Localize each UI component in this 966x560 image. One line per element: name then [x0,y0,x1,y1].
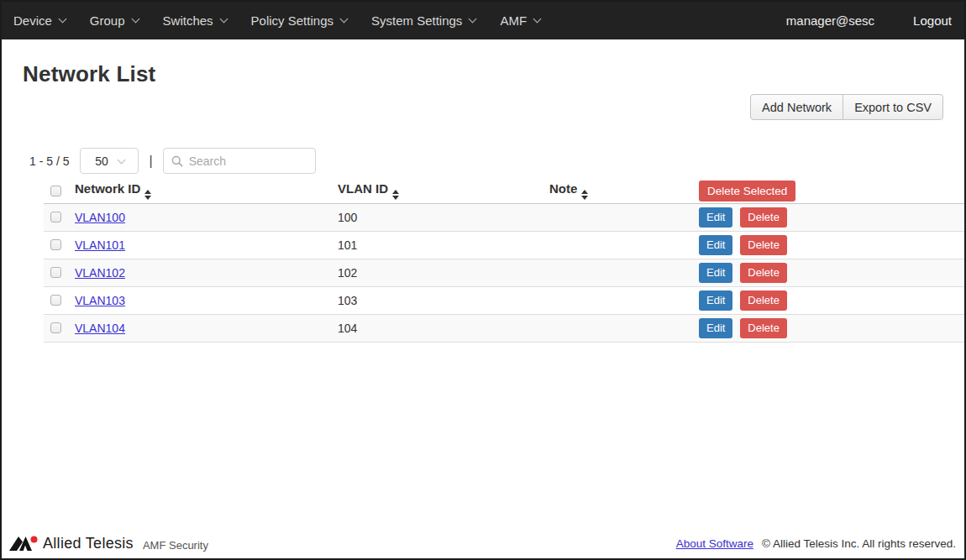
row-checkbox[interactable] [50,239,61,250]
nav-item-amf[interactable]: AMF [500,13,540,28]
chevron-down-icon [340,15,349,24]
nav-item-label: System Settings [371,13,462,28]
delete-button[interactable]: Delete [740,318,787,338]
header-note[interactable]: Note [549,179,699,203]
nav-item-device[interactable]: Device [13,13,66,28]
nav-item-policy-settings[interactable]: Policy Settings [251,13,347,28]
header-vlan-id[interactable]: VLAN ID [338,179,549,203]
product-name: AMF Security [143,539,208,552]
vlan-id-cell: 103 [338,286,549,314]
delete-button[interactable]: Delete [740,290,787,311]
note-cell [549,231,699,259]
network-id-link[interactable]: VLAN103 [75,294,125,307]
chevron-down-icon [117,156,125,165]
add-network-button[interactable]: Add Network [750,94,843,120]
chevron-down-icon [219,15,228,24]
nav-item-label: Device [13,13,52,28]
row-checkbox[interactable] [50,212,61,222]
network-id-link[interactable]: VLAN100 [75,211,125,224]
search-input[interactable] [189,154,307,168]
nav-item-label: AMF [500,13,527,28]
footer-links: About Software © Allied Telesis Inc. All… [676,537,956,550]
table-header-row: Network ID VLAN ID Note Delete Selected [44,179,966,203]
about-software-link[interactable]: About Software [676,537,753,550]
edit-button[interactable]: Edit [699,290,732,311]
top-navbar: Device Group Switches Policy Settings Sy… [2,2,964,39]
nav-item-label: Policy Settings [251,13,333,28]
delete-button[interactable]: Delete [740,235,787,255]
delete-button[interactable]: Delete [740,207,787,228]
note-cell [549,286,699,314]
chevron-down-icon [533,15,542,24]
main-content: Network List Add Network Export to CSV 1… [2,61,964,343]
sort-icon[interactable] [581,190,588,200]
network-table: Network ID VLAN ID Note Delete Selected … [44,179,966,343]
separator: | [149,154,152,169]
list-controls: 1 - 5 / 5 50 | [23,148,943,174]
header-label: VLAN ID [338,181,388,196]
page-size-select[interactable]: 50 [80,148,139,174]
export-csv-button[interactable]: Export to CSV [843,94,943,120]
vlan-id-cell: 102 [338,259,549,286]
select-all-checkbox[interactable] [50,186,61,196]
nav-account-area: manager@sesc Logout [786,13,952,28]
pagination-range: 1 - 5 / 5 [29,154,69,168]
delete-button[interactable]: Delete [740,263,787,283]
chevron-down-icon [469,15,477,24]
edit-button[interactable]: Edit [699,207,732,228]
chevron-down-icon [58,15,66,24]
vlan-id-cell: 101 [338,231,549,259]
toolbar: Add Network Export to CSV [23,94,943,120]
sort-icon[interactable] [392,190,399,200]
note-cell [549,203,699,231]
nav-item-label: Switches [163,13,213,28]
edit-button[interactable]: Edit [699,318,732,338]
search-box [163,148,316,174]
user-account[interactable]: manager@sesc [786,13,874,28]
network-id-link[interactable]: VLAN101 [75,238,125,252]
header-label: Note [549,181,577,196]
nav-item-system-settings[interactable]: System Settings [371,13,475,28]
table-row: VLAN104 104 Edit Delete [44,314,966,342]
delete-selected-button[interactable]: Delete Selected [699,181,795,201]
row-checkbox[interactable] [50,295,61,306]
table-row: VLAN102 102 Edit Delete [44,259,966,286]
table-row: VLAN101 101 Edit Delete [44,231,966,259]
row-checkbox[interactable] [50,322,61,333]
table-row: VLAN100 100 Edit Delete [44,203,966,231]
footer: Allied Telesis AMF Security About Softwa… [2,531,964,555]
row-checkbox[interactable] [50,267,61,278]
note-cell [549,259,699,286]
table-body: VLAN100 100 Edit Delete VLAN101 101 Edit… [44,203,966,342]
sort-icon[interactable] [144,190,151,200]
vlan-id-cell: 104 [338,314,549,342]
page-title: Network List [23,61,943,87]
vlan-id-cell: 100 [338,203,549,231]
edit-button[interactable]: Edit [699,263,732,283]
header-network-id[interactable]: Network ID [75,179,338,203]
table-row: VLAN103 103 Edit Delete [44,286,966,314]
allied-telesis-logo-icon [8,535,39,552]
brand-name: Allied Telesis [43,535,134,552]
toolbar-button-group: Add Network Export to CSV [750,94,943,120]
nav-item-label: Group [90,13,125,28]
footer-brand: Allied Telesis AMF Security [8,535,208,552]
page-size-value: 50 [95,154,108,168]
network-id-link[interactable]: VLAN102 [75,266,125,280]
nav-item-switches[interactable]: Switches [163,13,227,28]
search-icon [171,155,183,167]
nav-menu: Device Group Switches Policy Settings Sy… [13,13,540,28]
logout-button[interactable]: Logout [913,13,952,28]
note-cell [549,314,699,342]
nav-item-group[interactable]: Group [90,13,139,28]
edit-button[interactable]: Edit [699,235,732,255]
header-label: Network ID [75,181,140,196]
chevron-down-icon [131,15,139,24]
copyright-text: © Allied Telesis Inc. All rights reserve… [762,537,956,550]
network-id-link[interactable]: VLAN104 [75,322,125,335]
